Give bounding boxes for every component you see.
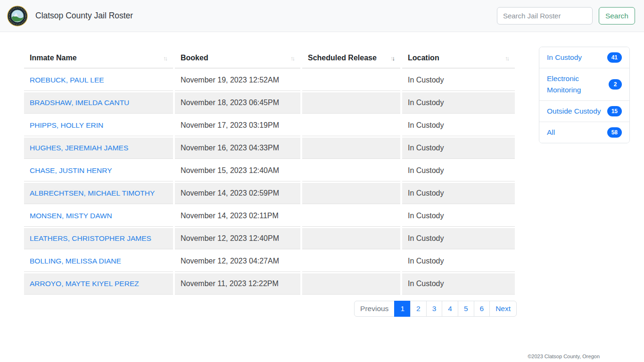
- filter-label: Outside Custody: [547, 106, 601, 117]
- pagination-page[interactable]: 2: [410, 301, 427, 317]
- table-row: PHIPPS, HOLLY ERIN November 17, 2023 03:…: [24, 115, 515, 136]
- filter-label: Electronic Monitoring: [547, 73, 606, 96]
- pagination-page[interactable]: 3: [426, 301, 443, 317]
- search-button[interactable]: Search: [599, 7, 635, 25]
- booked-cell: November 16, 2023 04:33PM: [175, 138, 300, 159]
- booked-cell: November 12, 2023 04:27AM: [175, 251, 300, 272]
- location-cell: In Custody: [402, 206, 515, 227]
- count-badge: 41: [607, 52, 622, 63]
- column-header[interactable]: Location ↑↓: [402, 48, 515, 68]
- inmate-name-link[interactable]: ARROYO, MAYTE KIYEL PEREZ: [30, 280, 139, 288]
- main-content: Inmate Name ↑↓ Booked ↑↓: [0, 32, 644, 317]
- count-badge: 15: [607, 106, 622, 116]
- inmate-name-link[interactable]: CHASE, JUSTIN HENRY: [30, 166, 112, 174]
- scheduled-release-cell: [302, 160, 400, 181]
- pagination-page[interactable]: 1: [394, 301, 411, 317]
- scheduled-release-cell: [302, 138, 400, 159]
- search-input[interactable]: [497, 7, 593, 25]
- sort-icon[interactable]: ↑↓: [505, 55, 510, 62]
- scheduled-release-cell: [302, 228, 400, 249]
- inmate-name-cell: ROEBUCK, PAUL LEE: [24, 70, 173, 91]
- table-row: MONSEN, MISTY DAWN November 14, 2023 02:…: [24, 206, 515, 227]
- pagination-page[interactable]: 5: [458, 301, 474, 317]
- sort-icon[interactable]: ↑↓: [290, 55, 296, 62]
- pagination-container: Previous 1 2 3: [22, 301, 517, 317]
- custody-filter-item[interactable]: In Custody 41: [539, 47, 629, 68]
- county-seal-logo: [7, 6, 28, 26]
- inmate-name-link[interactable]: ROEBUCK, PAUL LEE: [30, 76, 104, 84]
- booked-cell: November 14, 2023 02:11PM: [175, 206, 300, 227]
- table-row: BRADSHAW, IMELDA CANTU November 18, 2023…: [24, 92, 515, 114]
- inmate-name-link[interactable]: PHIPPS, HOLLY ERIN: [30, 121, 103, 129]
- booked-cell: November 15, 2023 12:40AM: [175, 160, 300, 181]
- roster-table-area: Inmate Name ↑↓ Booked ↑↓: [22, 47, 517, 317]
- location-cell: In Custody: [402, 70, 515, 91]
- column-header[interactable]: Booked ↑↓: [175, 48, 300, 68]
- sort-icon[interactable]: ↑↓: [390, 55, 396, 62]
- top-navbar: Clatsop County Jail Roster Search: [0, 0, 644, 32]
- column-header[interactable]: Inmate Name ↑↓: [24, 48, 173, 68]
- booked-cell: November 19, 2023 12:52AM: [175, 70, 300, 91]
- count-badge: 58: [607, 127, 622, 138]
- pagination-page[interactable]: 4: [442, 301, 458, 317]
- scheduled-release-cell: [302, 206, 400, 227]
- scheduled-release-cell: [302, 115, 400, 136]
- sort-icon[interactable]: ↑↓: [163, 55, 168, 62]
- booked-cell: November 18, 2023 06:45PM: [175, 92, 300, 114]
- custody-filter-list: In Custody 41 Electronic Monitoring 2 Ou…: [539, 47, 630, 143]
- location-cell: In Custody: [402, 228, 515, 249]
- pagination-page[interactable]: 6: [474, 301, 490, 317]
- scheduled-release-cell: [302, 183, 400, 204]
- location-cell: In Custody: [402, 273, 515, 295]
- inmate-name-link[interactable]: MONSEN, MISTY DAWN: [30, 212, 112, 220]
- inmate-name-link[interactable]: LEATHERS, CHRISTOPHER JAMES: [30, 234, 151, 242]
- table-row: ROEBUCK, PAUL LEE November 19, 2023 12:5…: [24, 70, 515, 91]
- scheduled-release-cell: [302, 273, 400, 295]
- booked-cell: November 11, 2023 12:22PM: [175, 273, 300, 295]
- inmate-name-cell: HUGHES, JEREMIAH JAMES: [24, 138, 173, 159]
- table-row: BOLLING, MELISSA DIANE November 12, 2023…: [24, 251, 515, 272]
- column-header[interactable]: Scheduled Release ↑↓: [302, 48, 400, 68]
- inmate-name-cell: BOLLING, MELISSA DIANE: [24, 251, 173, 272]
- custody-filter-sidebar: In Custody 41 Electronic Monitoring 2 Ou…: [539, 47, 630, 143]
- page-title: Clatsop County Jail Roster: [35, 11, 497, 21]
- location-cell: In Custody: [402, 115, 515, 136]
- scheduled-release-cell: [302, 70, 400, 91]
- inmate-name-cell: ARROYO, MAYTE KIYEL PEREZ: [24, 273, 173, 295]
- scheduled-release-cell: [302, 92, 400, 114]
- inmate-name-cell: ALBRECHTSEN, MICHAEL TIMOTHY: [24, 183, 173, 204]
- booked-cell: November 12, 2023 12:40PM: [175, 228, 300, 249]
- inmate-name-cell: MONSEN, MISTY DAWN: [24, 206, 173, 227]
- filter-label: All: [547, 127, 555, 138]
- pagination-next[interactable]: Next: [489, 301, 517, 317]
- scheduled-release-cell: [302, 251, 400, 272]
- inmate-name-cell: PHIPPS, HOLLY ERIN: [24, 115, 173, 136]
- table-header-row: Inmate Name ↑↓ Booked ↑↓: [24, 48, 515, 68]
- table-row: HUGHES, JEREMIAH JAMES November 16, 2023…: [24, 138, 515, 159]
- inmate-name-link[interactable]: BOLLING, MELISSA DIANE: [30, 257, 121, 265]
- custody-filter-item[interactable]: Outside Custody 15: [539, 101, 629, 122]
- location-cell: In Custody: [402, 251, 515, 272]
- inmate-name-cell: BRADSHAW, IMELDA CANTU: [24, 92, 173, 114]
- jail-roster-table: Inmate Name ↑↓ Booked ↑↓: [22, 47, 517, 296]
- custody-filter-item[interactable]: All 58: [539, 122, 629, 143]
- table-row: ARROYO, MAYTE KIYEL PEREZ November 11, 2…: [24, 273, 515, 295]
- pagination-previous[interactable]: Previous: [354, 301, 395, 317]
- booked-cell: November 17, 2023 03:19PM: [175, 115, 300, 136]
- inmate-name-cell: CHASE, JUSTIN HENRY: [24, 160, 173, 181]
- location-cell: In Custody: [402, 183, 515, 204]
- filter-label: In Custody: [547, 52, 582, 63]
- custody-filter-item[interactable]: Electronic Monitoring 2: [539, 68, 629, 101]
- inmate-name-link[interactable]: ALBRECHTSEN, MICHAEL TIMOTHY: [30, 189, 155, 197]
- table-row: LEATHERS, CHRISTOPHER JAMES November 12,…: [24, 228, 515, 249]
- inmate-name-link[interactable]: BRADSHAW, IMELDA CANTU: [30, 99, 129, 107]
- count-badge: 2: [609, 79, 622, 90]
- table-row: ALBRECHTSEN, MICHAEL TIMOTHY November 14…: [24, 183, 515, 204]
- booked-cell: November 14, 2023 02:59PM: [175, 183, 300, 204]
- location-cell: In Custody: [402, 138, 515, 159]
- copyright-text: ©2023 Clatsop County, Oregon: [528, 354, 600, 359]
- pagination: Previous 1 2 3: [355, 301, 517, 317]
- location-cell: In Custody: [402, 92, 515, 114]
- roster-table-body: ROEBUCK, PAUL LEE November 19, 2023 12:5…: [24, 70, 515, 295]
- inmate-name-link[interactable]: HUGHES, JEREMIAH JAMES: [30, 144, 128, 152]
